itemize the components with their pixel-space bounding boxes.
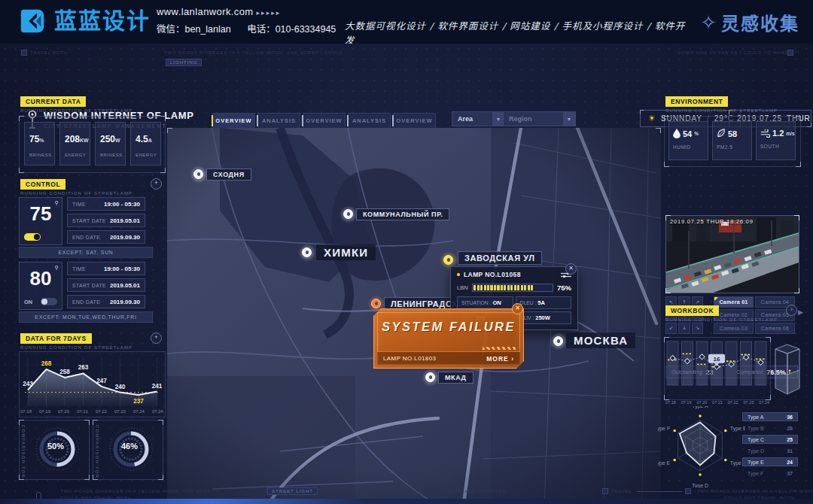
control-tag: CONTROL <box>20 179 65 190</box>
camera-dpad-button[interactable]: ↙ <box>665 323 677 334</box>
camera-button[interactable]: Camera 01 <box>714 296 754 308</box>
time-row[interactable]: TIME19:00 - 05:30 <box>67 262 145 275</box>
close-icon[interactable]: ✕ <box>512 303 523 314</box>
comparison-gauge[interactable] <box>33 424 81 478</box>
comparison-gauge[interactable] <box>107 424 155 478</box>
svg-text:Type A: Type A <box>692 406 708 409</box>
system-failure-popup: SYSTEM FAILURE LAMP NO.L01803 MORE › <box>373 308 524 369</box>
legend-row[interactable]: Type F37 <box>742 469 798 478</box>
seven-day-line-chart[interactable]: 243268258263247240237241 <box>20 352 163 412</box>
next-camera-icon[interactable]: ▶ <box>798 308 803 316</box>
data7days-subtitle: RUNNING CONDITION OF STREETLAMP <box>20 345 132 350</box>
brightness-level-card: ⚲ 80 ON <box>19 262 62 310</box>
camera-button[interactable]: Camera 03 <box>714 323 754 334</box>
street-light-chip: STREET LIGHT <box>267 487 318 495</box>
map-pin[interactable] <box>340 205 358 223</box>
collect-logo[interactable]: ✧ 灵感收集 <box>700 9 799 35</box>
map-label[interactable]: КОММУНАЛЬНЫЙ ПР. <box>356 208 449 220</box>
axis-label: 07.19 <box>39 409 50 414</box>
map-label[interactable]: МКАД <box>438 372 473 384</box>
failure-title: SYSTEM FAILURE <box>374 320 523 334</box>
camera-dpad-button[interactable]: ↘ <box>692 323 703 334</box>
camera-image <box>666 216 799 293</box>
svg-text:16: 16 <box>714 356 720 363</box>
close-icon[interactable]: ✕ <box>565 263 577 275</box>
comparison-gauge-panel: COMPARISON FOR 46% <box>93 420 163 480</box>
power-toggle[interactable] <box>41 298 57 305</box>
tab-overview-1[interactable]: OVERVIEW <box>212 113 255 129</box>
start-date-row[interactable]: START DATE2019.05.01 <box>67 278 145 292</box>
map-pin[interactable] <box>550 332 568 351</box>
add-control-button[interactable]: + <box>151 178 162 190</box>
start-date-row[interactable]: START DATE2019.05.01 <box>67 214 145 227</box>
header-contact: www.lanlanwork.com ▸▸▸▸▸ 微信：ben_lanlan 电… <box>157 6 349 35</box>
svg-text:Type F: Type F <box>658 426 670 432</box>
tab-analysis-1[interactable]: ANALYSIS <box>257 113 300 129</box>
deco-square-icon <box>602 488 608 494</box>
services-list: 大数据可视化设计 / 软件界面设计 / 网站建设 / 手机及小程序设计 / 软件… <box>345 18 691 47</box>
map-pin[interactable] <box>298 244 316 262</box>
camera-feed[interactable] <box>665 215 799 293</box>
end-date-row[interactable]: END DATE2019.09.30 <box>67 295 145 308</box>
tab-overview-3[interactable]: OVERVIEW <box>393 113 436 129</box>
legend-row[interactable]: Type B28 <box>742 424 798 433</box>
axis-label: 07.21 <box>712 400 723 405</box>
axis-label: 07.18 <box>20 409 32 414</box>
gauge-side-label: COMPARISON FOR <box>95 425 99 478</box>
workbook-more-button[interactable]: › <box>786 305 797 316</box>
tab-label: ANALYSIS <box>352 117 386 124</box>
tab-analysis-2[interactable]: ANALYSIS <box>348 113 391 129</box>
axis-label: 07.24 <box>133 409 145 414</box>
time-row[interactable]: TIME19:00 - 05:30 <box>67 197 145 211</box>
region-select[interactable]: Region ▼ <box>503 111 576 126</box>
site-url[interactable]: www.lanlanwork.com <box>157 6 254 17</box>
dashboard-canvas: TRAVEL BOTH TWO ROADS DIVERGED IN A YELL… <box>0 44 813 504</box>
pm25-card: 58 PM2.5 <box>712 121 752 160</box>
hazard-stripes-icon <box>483 347 516 350</box>
chevron-right-icon: › <box>511 355 514 363</box>
deco-text: TWO ROADS DIVERGED <box>443 489 506 493</box>
legend-row[interactable]: Type C25 <box>742 435 798 444</box>
workbook-bar-chart[interactable]: 16 <box>665 339 769 400</box>
map-overlay: СХОДНЯ КОММУНАЛЬНЫЙ ПР. ХИМКИ ЗАВОДСКАЯ … <box>167 128 661 504</box>
more-button[interactable]: MORE › <box>486 355 514 363</box>
axis-label: 07.18 <box>665 400 676 405</box>
deco-text: DOWN ONE AS FAR AS I COULD TO WHERE IT <box>678 50 800 55</box>
map-label[interactable]: ЗАВОДСКАЯ УЛ <box>458 251 542 265</box>
current-data-tag: CURRENT DATA <box>20 96 86 107</box>
wind-icon <box>760 129 770 138</box>
map-label[interactable]: ХИМКИ <box>316 244 376 260</box>
tab-label: OVERVIEW <box>306 117 342 124</box>
camera-dpad-button[interactable]: ↓ <box>678 323 690 334</box>
axis-label: 07.21 <box>77 409 88 414</box>
area-select[interactable]: Area ▼ <box>452 111 505 126</box>
axis-label: 07.22 <box>96 409 107 414</box>
map-label[interactable]: СХОДНЯ <box>206 169 251 181</box>
legend-row[interactable]: Type A36 <box>742 412 798 421</box>
mini-slider[interactable] <box>637 491 682 492</box>
smart-streetlamp-dashboard: 蓝蓝设计 www.lanlanwork.com ▸▸▸▸▸ 微信：ben_lan… <box>0 0 813 504</box>
tab-overview-2[interactable]: OVERVIEW <box>303 113 346 129</box>
lbn-progress-bar[interactable] <box>472 284 553 292</box>
legend-row[interactable]: Type E24 <box>742 457 798 466</box>
map-label[interactable]: МОСКВА <box>566 332 635 348</box>
axis-label: 07.20 <box>696 400 707 405</box>
power-toggle[interactable] <box>24 233 41 241</box>
brightness-value: 80 <box>20 267 62 290</box>
expand-chart-button[interactable]: + <box>151 332 162 344</box>
bar-chart-axis: 07.1807.1907.2007.2107.2207.2307.24 <box>665 400 769 405</box>
svg-text:Type D: Type D <box>692 483 708 487</box>
lanlan-logo-icon <box>20 7 48 35</box>
area-select-value: Area <box>458 115 473 123</box>
status-dot-icon <box>457 273 460 276</box>
end-date-row[interactable]: END DATE2019.09.30 <box>67 230 145 244</box>
lamp-popup-title: LAMP NO.L01058 <box>464 271 521 278</box>
sparkle-icon: ✧ <box>700 11 717 34</box>
map-pin[interactable] <box>190 165 208 184</box>
legend-row[interactable]: Type D31 <box>742 446 798 455</box>
gauge-value: 46% <box>113 442 146 451</box>
map-pin[interactable] <box>422 369 440 387</box>
deco-text: TRAVEL <box>611 489 632 493</box>
camera-button[interactable]: Camera 06 <box>755 323 795 334</box>
brand-logo[interactable]: 蓝蓝设计 <box>20 7 151 35</box>
